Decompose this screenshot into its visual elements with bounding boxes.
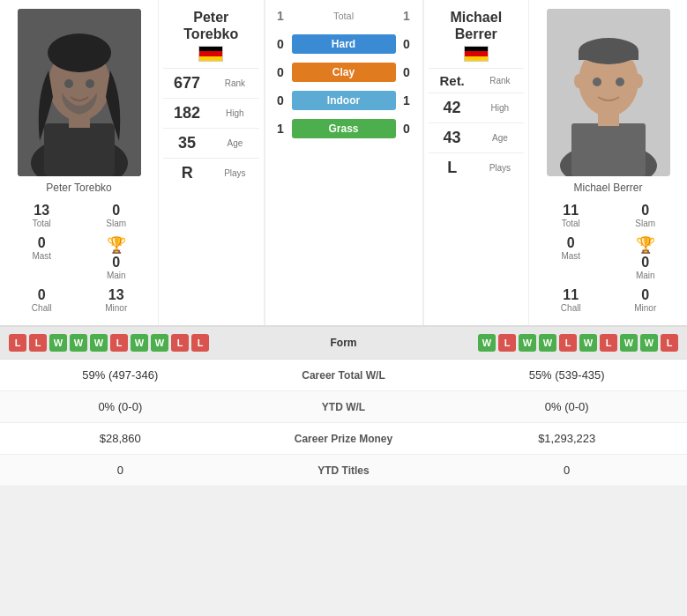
right-mast-label: Mast bbox=[535, 251, 607, 261]
right-main-value: 0 bbox=[641, 255, 649, 271]
indoor-left: 0 bbox=[270, 93, 292, 108]
left-chall-cell: 0 Chall bbox=[4, 284, 79, 316]
grass-left: 1 bbox=[270, 122, 292, 136]
left-total-cell: 13 Total bbox=[4, 199, 79, 232]
right-player-name: MichaelBerrer bbox=[450, 9, 502, 42]
svg-point-17 bbox=[574, 74, 583, 88]
left-slam-cell: 0 Slam bbox=[79, 199, 154, 232]
clay-right: 0 bbox=[396, 65, 418, 79]
right-rank-row: Ret. Rank bbox=[429, 68, 525, 93]
indoor-right: 1 bbox=[396, 93, 418, 108]
right-total-value: 11 bbox=[535, 203, 607, 219]
right-rank-label: Rank bbox=[476, 76, 524, 85]
grass-row: 1 Grass 0 bbox=[270, 119, 418, 138]
stat-row-0: 59% (497-346) Career Total W/L 55% (539-… bbox=[0, 360, 687, 391]
players-section: Peter Torebko 13 Total 0 Slam 0 Mast 🏆 0 bbox=[0, 0, 687, 326]
svg-point-7 bbox=[86, 79, 94, 88]
left-high-value: 182 bbox=[163, 104, 211, 122]
right-plays-label: Plays bbox=[476, 163, 524, 173]
player-left-photo bbox=[18, 9, 141, 176]
right-chall-cell: 11 Chall bbox=[534, 284, 609, 316]
left-minor-cell: 13 Minor bbox=[79, 284, 154, 316]
left-chall-value: 0 bbox=[6, 287, 78, 303]
stat-left-1: 0% (0-0) bbox=[0, 391, 241, 423]
clay-row: 0 Clay 0 bbox=[270, 63, 418, 82]
form-right-badge-9: L bbox=[661, 334, 678, 352]
left-mast-value: 0 bbox=[6, 235, 78, 251]
right-center-stats: MichaelBerrer Ret. Rank 42 High 43 Age L… bbox=[423, 0, 529, 325]
form-left-badge-6: W bbox=[131, 334, 148, 352]
stat-row-2: $28,860 Career Prize Money $1,293,223 bbox=[0, 423, 687, 455]
svg-point-6 bbox=[64, 79, 73, 88]
player-right-silhouette bbox=[547, 9, 670, 176]
form-right-badge-6: L bbox=[600, 334, 617, 352]
surface-scores: 1 Total 1 0 Hard 0 0 Clay 0 0 Indoor 1 1 bbox=[265, 0, 423, 325]
left-high-label: High bbox=[211, 108, 258, 118]
hard-right: 0 bbox=[396, 37, 418, 51]
form-right-badge-1: L bbox=[498, 334, 516, 352]
right-mast-value: 0 bbox=[535, 235, 607, 251]
form-left-badge-7: W bbox=[151, 334, 168, 352]
form-right-badge-2: W bbox=[519, 334, 536, 352]
right-high-label: High bbox=[476, 103, 524, 113]
form-right-badge-7: W bbox=[620, 334, 638, 352]
right-minor-value: 0 bbox=[610, 287, 682, 303]
left-center-stats: PeterTorebko 677 Rank 182 High 35 Age R … bbox=[159, 0, 265, 325]
right-trophy-cell: 🏆 0 Main bbox=[609, 232, 683, 284]
form-left-badge-2: W bbox=[49, 334, 67, 352]
player-left-stats: 13 Total 0 Slam 0 Mast 🏆 0 Main 0 bbox=[4, 199, 153, 316]
left-main-label: Main bbox=[107, 271, 126, 280]
right-age-value: 43 bbox=[429, 129, 476, 147]
player-right-photo bbox=[547, 9, 670, 176]
form-right-badge-4: L bbox=[559, 334, 577, 352]
right-plays-row: L Plays bbox=[429, 152, 525, 182]
right-minor-cell: 0 Minor bbox=[609, 284, 683, 316]
stat-row-1: 0% (0-0) YTD W/L 0% (0-0) bbox=[0, 391, 687, 423]
right-slam-label: Slam bbox=[610, 219, 682, 228]
left-minor-value: 13 bbox=[81, 287, 153, 303]
form-left-badge-9: L bbox=[191, 334, 209, 352]
stat-right-1: 0% (0-0) bbox=[446, 391, 687, 423]
grass-badge: Grass bbox=[292, 119, 396, 138]
left-flag bbox=[198, 46, 223, 62]
hard-left: 0 bbox=[270, 37, 292, 51]
form-right-badge-0: W bbox=[478, 334, 496, 352]
stat-row-3: 0 YTD Titles 0 bbox=[0, 455, 687, 486]
form-right-badge-8: W bbox=[640, 334, 658, 352]
player-right-stats: 11 Total 0 Slam 0 Mast 🏆 0 Main 11 bbox=[534, 199, 683, 316]
form-left-badge-4: W bbox=[90, 334, 108, 352]
right-chall-label: Chall bbox=[535, 303, 607, 313]
svg-point-15 bbox=[593, 78, 601, 86]
right-main-label: Main bbox=[636, 271, 655, 280]
form-left-badge-1: L bbox=[29, 334, 47, 352]
player-left-silhouette bbox=[18, 9, 141, 176]
left-high-row: 182 High bbox=[163, 98, 259, 128]
right-age-label: Age bbox=[476, 133, 524, 143]
left-rank-value: 677 bbox=[163, 74, 211, 93]
stat-left-2: $28,860 bbox=[0, 423, 241, 455]
left-mast-cell: 0 Mast bbox=[4, 232, 79, 284]
right-rank-value: Ret. bbox=[429, 74, 476, 87]
form-left: LLWWWLWWLL bbox=[9, 334, 309, 352]
main-container: Peter Torebko 13 Total 0 Slam 0 Mast 🏆 0 bbox=[0, 0, 687, 486]
svg-point-18 bbox=[634, 74, 643, 88]
svg-rect-10 bbox=[571, 123, 646, 176]
stat-left-0: 59% (497-346) bbox=[0, 360, 241, 391]
left-slam-value: 0 bbox=[81, 203, 153, 219]
right-slam-cell: 0 Slam bbox=[609, 199, 683, 232]
form-section: LLWWWLWWLL Form WLWWLWLWWL bbox=[0, 326, 687, 360]
left-minor-label: Minor bbox=[81, 303, 153, 313]
left-slam-label: Slam bbox=[81, 219, 153, 228]
stat-left-3: 0 bbox=[0, 455, 241, 486]
form-right-badge-5: W bbox=[579, 334, 597, 352]
left-trophy-cell: 🏆 0 Main bbox=[79, 232, 154, 284]
stat-name-2: Career Prize Money bbox=[241, 423, 447, 455]
left-player-name: PeterTorebko bbox=[183, 9, 238, 42]
clay-badge: Clay bbox=[292, 63, 396, 82]
left-plays-value: R bbox=[163, 164, 211, 182]
left-chall-label: Chall bbox=[6, 303, 78, 313]
left-total-value: 13 bbox=[6, 203, 78, 219]
form-left-badge-5: L bbox=[110, 334, 128, 352]
career-stats-table: 59% (497-346) Career Total W/L 55% (539-… bbox=[0, 360, 687, 486]
stat-right-3: 0 bbox=[446, 455, 687, 486]
